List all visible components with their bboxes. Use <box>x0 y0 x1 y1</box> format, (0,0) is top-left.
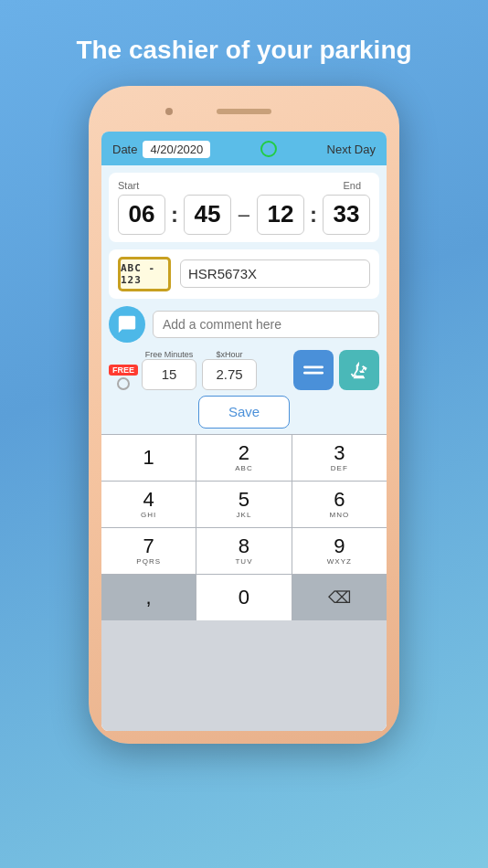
key-6[interactable]: 6 MNO <box>292 482 387 527</box>
end-hour-box[interactable]: 12 <box>257 195 304 235</box>
free-minutes-label: Free Minutes <box>145 350 194 359</box>
license-plate-icon: ABC - 123 <box>118 257 171 291</box>
save-button[interactable]: Save <box>198 396 290 429</box>
key-4[interactable]: 4 GHI <box>101 482 196 527</box>
key-7[interactable]: 7 PQRS <box>101 528 196 574</box>
rate-section: FREE Free Minutes $xHour <box>109 350 379 390</box>
keypad-row-2: 4 GHI 5 JKL 6 MNO <box>101 481 387 527</box>
plate-section: ABC - 123 <box>109 249 379 299</box>
key-8[interactable]: 8 TUV <box>196 528 292 574</box>
calculate-button[interactable] <box>293 350 334 390</box>
app-body: Start End 06 : 45 – 12 : 33 ABC - 123 <box>101 165 387 731</box>
key-1[interactable]: 1 <box>101 435 196 481</box>
comment-section <box>109 306 379 343</box>
end-minute-box[interactable]: 33 <box>323 195 370 235</box>
keypad-row-3: 7 PQRS 8 TUV 9 WXYZ <box>101 527 387 574</box>
key-2[interactable]: 2 ABC <box>196 435 292 481</box>
start-label: Start <box>118 180 139 191</box>
free-label: FREE <box>109 365 138 376</box>
time-inputs: 06 : 45 – 12 : 33 <box>118 195 370 235</box>
keypad: 1 2 ABC 3 DEF 4 GHI <box>101 434 387 731</box>
keypad-row-1: 1 2 ABC 3 DEF <box>101 434 387 481</box>
date-label: Date <box>112 143 137 156</box>
app-header: Date 4/20/2020 Next Day <box>101 132 387 165</box>
start-colon: : <box>169 202 180 228</box>
svg-rect-1 <box>303 371 324 374</box>
phone-speaker <box>217 109 271 114</box>
save-section: Save <box>109 396 379 429</box>
key-comma[interactable]: , <box>101 575 196 620</box>
recycle-icon <box>349 360 369 380</box>
per-hour-group: $xHour <box>202 350 257 390</box>
end-colon: : <box>308 202 319 228</box>
end-label: End <box>343 180 361 191</box>
key-5[interactable]: 5 JKL <box>196 482 292 527</box>
phone-screen: Date 4/20/2020 Next Day Start End 06 : 4… <box>101 132 387 731</box>
next-day-indicator[interactable] <box>260 141 277 157</box>
rate-actions <box>293 350 379 390</box>
speech-bubble-icon <box>117 314 137 334</box>
equals-icon <box>303 363 324 377</box>
free-hook <box>117 377 130 390</box>
start-hour-box[interactable]: 06 <box>118 195 165 235</box>
key-delete[interactable]: ⌫ <box>292 575 387 620</box>
plate-input[interactable] <box>180 259 370 288</box>
date-section: Date 4/20/2020 <box>112 141 210 158</box>
free-minutes-group: Free Minutes <box>142 350 196 390</box>
phone-shell: Date 4/20/2020 Next Day Start End 06 : 4… <box>89 86 399 744</box>
key-0[interactable]: 0 <box>196 575 292 620</box>
time-labels: Start End <box>118 180 370 191</box>
key-3[interactable]: 3 DEF <box>292 435 387 481</box>
recycle-button[interactable] <box>339 350 379 390</box>
svg-rect-0 <box>303 365 324 368</box>
free-badge: FREE <box>109 365 138 390</box>
comment-input[interactable] <box>153 311 379 338</box>
per-hour-input[interactable] <box>202 359 257 390</box>
app-headline: The cashier of your parking <box>58 35 430 66</box>
phone-camera <box>165 108 173 115</box>
free-minutes-input[interactable] <box>142 359 196 390</box>
next-day-label: Next Day <box>327 143 376 156</box>
key-9[interactable]: 9 WXYZ <box>292 528 387 574</box>
phone-notch <box>101 99 387 124</box>
per-hour-label: $xHour <box>217 350 243 359</box>
time-section: Start End 06 : 45 – 12 : 33 <box>109 173 379 242</box>
start-minute-box[interactable]: 45 <box>184 195 231 235</box>
time-separator: – <box>235 203 253 227</box>
rate-inputs-group: Free Minutes $xHour <box>142 350 257 390</box>
keypad-row-4: , 0 ⌫ <box>101 574 387 620</box>
comment-icon <box>109 306 145 343</box>
date-value[interactable]: 4/20/2020 <box>143 141 210 158</box>
